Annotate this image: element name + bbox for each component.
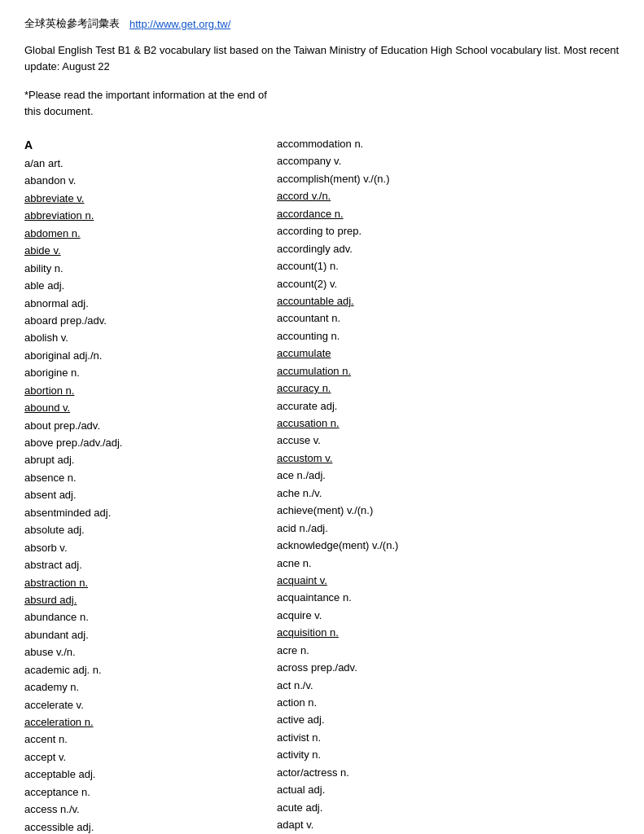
left-word-entry: aborigine n. — [24, 364, 261, 381]
right-word-entry: accuracy n. — [277, 380, 620, 397]
left-word-entry: absurd adj. — [24, 591, 261, 608]
right-word-entry: accountant n. — [277, 309, 620, 327]
left-word-entry: absolute adj. — [24, 521, 261, 538]
left-column: A a/an art.abandon v.abbreviate v.abbrev… — [24, 135, 277, 834]
right-word-entry: action n. — [277, 694, 620, 711]
right-word-entry: accustom v. — [277, 450, 620, 467]
right-word-entry: accomplish(ment) v./(n.) — [277, 170, 620, 187]
right-word-entry: account(2) v. — [277, 275, 620, 292]
left-word-entry: above prep./adv./adj. — [24, 434, 261, 451]
notice: *Please read the important information a… — [24, 87, 269, 119]
right-word-entry: account(1) n. — [277, 257, 620, 274]
left-word-entry: abrupt adj. — [24, 451, 261, 468]
right-word-entry: actor/actress n. — [277, 764, 620, 781]
right-word-entry: act n./v. — [277, 677, 620, 694]
header-title: 全球英檢參考詞彙表 — [24, 16, 120, 31]
left-word-entry: aboard prep./adv. — [24, 312, 261, 329]
right-word-entry: accompany v. — [277, 152, 620, 169]
right-word-entry: ace n./adj. — [277, 467, 620, 484]
left-word-entry: absentminded adj. — [24, 504, 261, 521]
left-word-entry: accept v. — [24, 748, 261, 766]
right-word-entry: accountable adj. — [277, 292, 620, 309]
left-word-entry: about prep./adv. — [24, 417, 261, 434]
left-word-entry: accelerate v. — [24, 696, 261, 713]
right-word-entry: acute adj. — [277, 799, 620, 816]
right-word-entry: acne n. — [277, 555, 620, 572]
right-word-entry: activity n. — [277, 746, 620, 763]
right-word-entry: accordingly adv. — [277, 240, 620, 257]
right-word-entry: accuse v. — [277, 432, 620, 449]
left-word-entry: abolish v. — [24, 329, 261, 346]
section-letter-a: A — [24, 138, 261, 151]
right-word-entry: achieve(ment) v./(n.) — [277, 502, 620, 519]
right-word-entry: accord v./n. — [277, 187, 620, 204]
left-word-entry: acceptance n. — [24, 784, 261, 801]
left-word-list: a/an art.abandon v.abbreviate v.abbrevia… — [24, 155, 261, 834]
right-word-entry: accurate adj. — [277, 397, 620, 415]
left-word-entry: abundant adj. — [24, 626, 261, 643]
left-word-entry: abbreviate v. — [24, 190, 261, 207]
left-word-entry: abstraction n. — [24, 574, 261, 591]
right-word-entry: accusation n. — [277, 415, 620, 432]
left-word-entry: acceptable adj. — [24, 766, 261, 783]
left-word-entry: academic adj. n. — [24, 661, 261, 678]
left-word-entry: abstract adj. — [24, 556, 261, 573]
left-word-entry: abundance n. — [24, 608, 261, 626]
right-word-entry: ache n./v. — [277, 485, 620, 502]
left-word-entry: access n./v. — [24, 801, 261, 818]
left-word-entry: abnormal adj. — [24, 295, 261, 312]
subtitle: Global English Test B1 & B2 vocabulary l… — [24, 42, 620, 74]
left-word-entry: able adj. — [24, 277, 261, 294]
right-column: accommodation n.accompany v.accomplish(m… — [277, 135, 620, 834]
left-word-entry: abbreviation n. — [24, 207, 261, 224]
right-word-entry: accommodation n. — [277, 135, 620, 152]
right-word-entry: accounting n. — [277, 327, 620, 345]
left-word-entry: abide v. — [24, 242, 261, 259]
right-word-entry: acknowledge(ment) v./(n.) — [277, 537, 620, 554]
right-word-entry: activist n. — [277, 729, 620, 746]
right-word-entry: according to prep. — [277, 222, 620, 239]
right-word-entry: acquaint v. — [277, 572, 620, 589]
right-word-entry: acquire v. — [277, 607, 620, 624]
right-word-entry: accumulate — [277, 345, 620, 362]
left-word-entry: accent n. — [24, 731, 261, 748]
right-word-entry: actual adj. — [277, 781, 620, 798]
left-word-entry: ability n. — [24, 260, 261, 277]
right-word-entry: accumulation n. — [277, 362, 620, 380]
left-word-entry: abuse v./n. — [24, 643, 261, 661]
left-word-entry: absence n. — [24, 469, 261, 486]
left-word-entry: academy n. — [24, 678, 261, 696]
left-word-entry: absent adj. — [24, 486, 261, 503]
header-link[interactable]: http://www.get.org.tw/ — [129, 18, 230, 30]
left-word-entry: a/an art. — [24, 155, 261, 172]
right-word-entry: adapt v. — [277, 816, 620, 833]
right-word-entry: active adj. — [277, 711, 620, 728]
right-word-entry: across prep./adv. — [277, 659, 620, 676]
left-word-entry: aboriginal adj./n. — [24, 347, 261, 364]
left-word-entry: abandon v. — [24, 172, 261, 189]
right-word-entry: acre n. — [277, 642, 620, 659]
right-word-entry: acquaintance n. — [277, 589, 620, 606]
right-word-entry: acquisition n. — [277, 624, 620, 641]
header-line: 全球英檢參考詞彙表 http://www.get.org.tw/ — [24, 16, 620, 31]
left-word-entry: abortion n. — [24, 382, 261, 399]
left-word-entry: abound v. — [24, 399, 261, 416]
right-word-entry: acid n./adj. — [277, 520, 620, 537]
left-word-entry: abdomen n. — [24, 225, 261, 242]
left-word-entry: accessible adj. — [24, 819, 261, 834]
left-word-entry: absorb v. — [24, 539, 261, 556]
left-word-entry: acceleration n. — [24, 713, 261, 731]
right-word-entry: accordance n. — [277, 205, 620, 222]
